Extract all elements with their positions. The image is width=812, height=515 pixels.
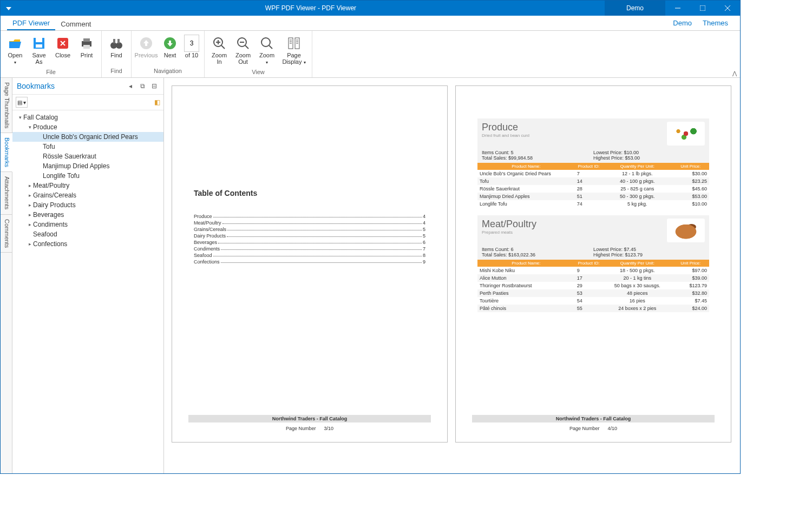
page-3: Table of Contents Produce4Meat/Poultry4G… <box>172 85 448 443</box>
bookmark-node[interactable]: ▸Grains/Cereals <box>12 190 163 200</box>
svg-point-16 <box>261 38 270 47</box>
panel-restore-icon[interactable]: ⧉ <box>137 81 147 91</box>
bookmark-node[interactable]: ▸Beverages <box>12 210 163 220</box>
link-themes[interactable]: Themes <box>697 16 734 30</box>
zoom-icon <box>258 35 276 52</box>
bookmark-label: Manjimup Dried Apples <box>43 162 109 170</box>
bookmark-label: Seafood <box>33 230 57 238</box>
bookmark-label: Meat/Poultry <box>33 182 69 189</box>
toc-row: Meat/Poultry4 <box>194 220 425 226</box>
bookmark-node[interactable]: ▸Confections <box>12 239 163 249</box>
find-button[interactable]: Find <box>105 33 128 67</box>
bookmark-node[interactable]: ▸Meat/Poultry <box>12 181 163 190</box>
save-icon <box>30 35 48 52</box>
ribbon-collapse-button[interactable]: ⋀ <box>732 70 737 76</box>
toc-row: Grains/Cereals5 <box>194 227 425 232</box>
category-image <box>667 122 705 146</box>
group-caption-navigation: Navigation <box>154 67 182 75</box>
arrow-down-icon <box>161 35 179 52</box>
bookmark-label: Longlife Tofu <box>43 172 80 180</box>
expand-icon[interactable]: ▸ <box>27 212 33 217</box>
page-4: ProduceDried fruit and bean curdItems Co… <box>455 85 731 443</box>
bookmark-options-button[interactable]: ▤ ▾ <box>16 97 28 108</box>
bookmark-node[interactable]: ▾Produce <box>12 122 163 132</box>
bookmark-node[interactable]: ▸Dairy Products <box>12 200 163 210</box>
group-caption-file: File <box>46 68 56 76</box>
link-demo[interactable]: Demo <box>667 16 697 30</box>
expand-icon[interactable]: ▸ <box>27 241 33 247</box>
panel-prev-icon[interactable]: ◂ <box>126 81 135 91</box>
bookmark-node[interactable]: Rössle Sauerkraut <box>12 151 163 161</box>
bookmark-node[interactable]: Uncle Bob's Organic Dried Pears <box>12 132 163 142</box>
bookmark-node[interactable]: Longlife Tofu <box>12 171 163 181</box>
svg-rect-0 <box>700 5 705 11</box>
open-button[interactable]: Open▾ <box>4 33 27 68</box>
bookmark-label: Condiments <box>33 221 68 228</box>
product-table: Product Name:Product ID:Quantity Per Uni… <box>477 260 709 312</box>
bookmark-label: Tofu <box>43 143 55 150</box>
bookmark-node[interactable]: Manjimup Dried Apples <box>12 161 163 171</box>
bookmark-label: Uncle Bob's Organic Dried Pears <box>43 133 138 141</box>
page-display-icon <box>285 35 303 52</box>
app-window: WPF PDF Viewer - PDF Viewer Demo PDF Vie… <box>0 0 741 474</box>
tab-pdf-viewer[interactable]: PDF Viewer <box>7 16 55 30</box>
expand-icon[interactable]: ▸ <box>27 222 33 227</box>
bookmark-node[interactable]: Seafood <box>12 229 163 239</box>
bookmarks-title: Bookmarks <box>17 82 123 90</box>
page-footer: Northwind Traders - Fall Catalog <box>472 415 715 422</box>
arrow-up-icon <box>137 35 155 52</box>
print-button[interactable]: Print <box>75 33 98 68</box>
bookmark-label: Confections <box>33 240 67 248</box>
zoom-in-icon <box>211 35 228 52</box>
toc-row: Produce4 <box>194 214 425 219</box>
ribbon-tabstrip: PDF Viewer Comment Demo Themes <box>1 16 740 31</box>
close-button[interactable] <box>715 1 740 16</box>
titlebar: WPF PDF Viewer - PDF Viewer Demo <box>1 1 740 16</box>
next-button[interactable]: Next <box>159 33 181 67</box>
save-as-button[interactable]: Save As <box>28 33 50 68</box>
previous-button[interactable]: Previous <box>135 33 158 67</box>
tab-comment[interactable]: Comment <box>55 17 96 30</box>
toc-row: Dairy Products5 <box>194 233 425 239</box>
bookmark-label: Fall Catalog <box>23 114 58 121</box>
zoom-in-button[interactable]: Zoom In <box>208 33 231 68</box>
bookmark-highlight-icon[interactable]: ◧ <box>154 98 160 106</box>
group-caption-view: View <box>252 68 265 76</box>
expand-icon[interactable]: ▸ <box>27 183 33 188</box>
sidetab-attachments[interactable]: Attachments <box>1 172 12 214</box>
expand-icon[interactable]: ▸ <box>27 202 33 208</box>
toc-row: Confections9 <box>194 259 425 265</box>
page-number-input[interactable] <box>184 35 199 52</box>
page-number-field: of 10 <box>182 33 201 67</box>
maximize-button[interactable] <box>690 1 715 16</box>
minimize-button[interactable] <box>665 1 690 16</box>
side-tabs: Page Thumbnails Bookmarks Attachments Co… <box>1 78 12 473</box>
panel-pin-icon[interactable]: ⊟ <box>149 81 159 91</box>
qat-dropdown[interactable] <box>1 6 17 10</box>
bookmarks-tree[interactable]: ▾Fall Catalog▾ProduceUncle Bob's Organic… <box>12 110 163 473</box>
product-table: Product Name:Product ID:Quantity Per Uni… <box>477 163 709 208</box>
page-footer: Northwind Traders - Fall Catalog <box>188 415 431 422</box>
svg-rect-7 <box>83 45 90 49</box>
pdf-viewer-area: Table of Contents Produce4Meat/Poultry4G… <box>164 78 740 473</box>
zoom-out-button[interactable]: Zoom Out <box>232 33 254 68</box>
expand-icon[interactable]: ▾ <box>17 115 23 120</box>
bookmark-label: Grains/Cereals <box>33 192 76 199</box>
expand-icon[interactable]: ▸ <box>27 193 33 198</box>
sidetab-bookmarks[interactable]: Bookmarks <box>1 133 12 172</box>
page-display-button[interactable]: Page Display ▾ <box>279 33 309 68</box>
bookmark-node[interactable]: ▸Condiments <box>12 220 163 229</box>
expand-icon[interactable]: ▾ <box>27 124 33 130</box>
svg-rect-10 <box>113 39 115 43</box>
viewer-scroll[interactable]: Table of Contents Produce4Meat/Poultry4G… <box>164 78 740 473</box>
close-doc-button[interactable]: Close <box>51 33 74 68</box>
bookmark-node[interactable]: ▾Fall Catalog <box>12 113 163 122</box>
sidetab-thumbnails[interactable]: Page Thumbnails <box>1 78 12 133</box>
category-image <box>667 219 705 242</box>
demo-tab[interactable]: Demo <box>605 1 665 16</box>
ribbon: Open▾ Save As Close Print File <box>1 31 740 78</box>
sidetab-comments[interactable]: Comments <box>1 215 12 253</box>
bookmark-node[interactable]: Tofu <box>12 142 163 151</box>
zoom-button[interactable]: Zoom▾ <box>256 33 278 68</box>
folder-open-icon <box>6 35 24 52</box>
